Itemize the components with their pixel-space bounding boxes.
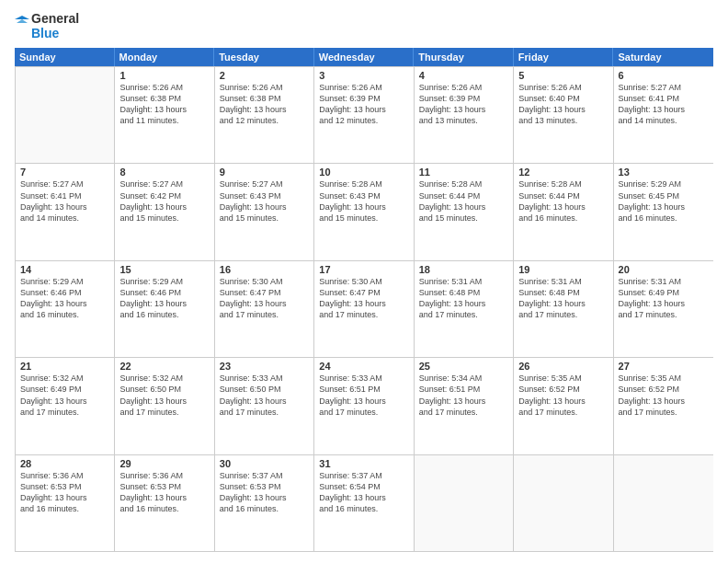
day-info: Sunrise: 5:28 AM Sunset: 6:43 PM Dayligh… [319, 178, 408, 224]
day-info: Sunrise: 5:26 AM Sunset: 6:40 PM Dayligh… [518, 82, 608, 127]
day-info: Sunrise: 5:31 AM Sunset: 6:48 PM Dayligh… [419, 276, 508, 321]
calendar-cell: 23Sunrise: 5:33 AM Sunset: 6:50 PM Dayli… [215, 358, 314, 454]
calendar-cell: 20Sunrise: 5:31 AM Sunset: 6:49 PM Dayli… [614, 261, 713, 357]
calendar-row-2: 7Sunrise: 5:27 AM Sunset: 6:41 PM Daylig… [16, 163, 713, 259]
calendar-cell: 19Sunrise: 5:31 AM Sunset: 6:48 PM Dayli… [514, 261, 613, 357]
calendar-cell: 4Sunrise: 5:26 AM Sunset: 6:39 PM Daylig… [415, 67, 514, 163]
day-info: Sunrise: 5:27 AM Sunset: 6:43 PM Dayligh… [220, 178, 309, 224]
day-number: 3 [319, 70, 408, 81]
calendar-row-1: 1Sunrise: 5:26 AM Sunset: 6:38 PM Daylig… [16, 66, 713, 163]
day-number: 6 [619, 70, 709, 81]
day-info: Sunrise: 5:26 AM Sunset: 6:38 PM Dayligh… [119, 82, 209, 127]
calendar-row-4: 21Sunrise: 5:32 AM Sunset: 6:49 PM Dayli… [16, 357, 713, 454]
calendar-cell [16, 67, 115, 163]
day-number: 28 [20, 458, 109, 469]
logo: GeneralBlue [15, 11, 79, 40]
day-number: 22 [119, 361, 209, 372]
calendar-cell [514, 455, 613, 551]
calendar-cell: 12Sunrise: 5:28 AM Sunset: 6:44 PM Dayli… [514, 164, 613, 259]
page: GeneralBlue SundayMondayTuesdayWednesday… [0, 0, 728, 563]
day-info: Sunrise: 5:29 AM Sunset: 6:46 PM Dayligh… [20, 276, 109, 321]
calendar-cell: 28Sunrise: 5:36 AM Sunset: 6:53 PM Dayli… [16, 455, 115, 551]
calendar-cell: 8Sunrise: 5:27 AM Sunset: 6:42 PM Daylig… [115, 164, 214, 259]
day-number: 30 [220, 458, 309, 469]
day-number: 13 [619, 167, 709, 178]
day-info: Sunrise: 5:36 AM Sunset: 6:53 PM Dayligh… [20, 470, 109, 515]
calendar-cell: 26Sunrise: 5:35 AM Sunset: 6:52 PM Dayli… [514, 358, 613, 454]
calendar-cell: 5Sunrise: 5:26 AM Sunset: 6:40 PM Daylig… [514, 67, 613, 163]
day-number: 12 [518, 167, 608, 178]
day-info: Sunrise: 5:29 AM Sunset: 6:45 PM Dayligh… [619, 178, 709, 224]
header-day-monday: Monday [115, 48, 215, 66]
svg-marker-0 [15, 16, 29, 19]
day-number: 21 [20, 361, 109, 372]
calendar-cell: 27Sunrise: 5:35 AM Sunset: 6:52 PM Dayli… [614, 358, 713, 454]
day-number: 29 [119, 458, 209, 469]
header: GeneralBlue [15, 11, 713, 40]
day-info: Sunrise: 5:30 AM Sunset: 6:47 PM Dayligh… [319, 276, 408, 321]
day-info: Sunrise: 5:35 AM Sunset: 6:52 PM Dayligh… [619, 373, 709, 418]
calendar-cell: 7Sunrise: 5:27 AM Sunset: 6:41 PM Daylig… [16, 164, 115, 259]
header-day-wednesday: Wednesday [314, 48, 415, 66]
day-number: 23 [220, 361, 309, 372]
header-day-friday: Friday [514, 48, 614, 66]
header-day-sunday: Sunday [15, 48, 115, 66]
day-number: 15 [119, 264, 209, 275]
calendar-cell: 30Sunrise: 5:37 AM Sunset: 6:53 PM Dayli… [215, 455, 314, 551]
calendar-cell: 16Sunrise: 5:30 AM Sunset: 6:47 PM Dayli… [215, 261, 314, 357]
day-info: Sunrise: 5:34 AM Sunset: 6:51 PM Dayligh… [419, 373, 508, 418]
day-number: 9 [220, 167, 309, 178]
calendar-cell: 25Sunrise: 5:34 AM Sunset: 6:51 PM Dayli… [415, 358, 514, 454]
calendar-cell: 22Sunrise: 5:32 AM Sunset: 6:50 PM Dayli… [115, 358, 214, 454]
calendar-cell: 17Sunrise: 5:30 AM Sunset: 6:47 PM Dayli… [314, 261, 414, 357]
day-info: Sunrise: 5:27 AM Sunset: 6:41 PM Dayligh… [20, 178, 109, 224]
day-info: Sunrise: 5:31 AM Sunset: 6:48 PM Dayligh… [518, 276, 608, 321]
day-number: 20 [619, 264, 709, 275]
calendar-cell [614, 455, 713, 551]
day-info: Sunrise: 5:37 AM Sunset: 6:54 PM Dayligh… [319, 470, 408, 515]
day-number: 5 [518, 70, 608, 81]
day-number: 25 [419, 361, 508, 372]
calendar-cell: 18Sunrise: 5:31 AM Sunset: 6:48 PM Dayli… [415, 261, 514, 357]
day-info: Sunrise: 5:26 AM Sunset: 6:39 PM Dayligh… [319, 82, 408, 127]
logo-general-text: General [31, 11, 79, 26]
calendar-cell: 1Sunrise: 5:26 AM Sunset: 6:38 PM Daylig… [115, 67, 214, 163]
day-info: Sunrise: 5:27 AM Sunset: 6:41 PM Dayligh… [619, 82, 709, 127]
calendar-header: SundayMondayTuesdayWednesdayThursdayFrid… [15, 48, 713, 66]
day-info: Sunrise: 5:28 AM Sunset: 6:44 PM Dayligh… [518, 178, 608, 224]
day-info: Sunrise: 5:26 AM Sunset: 6:38 PM Dayligh… [220, 82, 309, 127]
day-info: Sunrise: 5:32 AM Sunset: 6:50 PM Dayligh… [119, 373, 209, 418]
header-day-thursday: Thursday [414, 48, 514, 66]
day-number: 17 [319, 264, 408, 275]
day-number: 26 [518, 361, 608, 372]
day-number: 16 [220, 264, 309, 275]
calendar: SundayMondayTuesdayWednesdayThursdayFrid… [15, 48, 713, 552]
day-info: Sunrise: 5:33 AM Sunset: 6:51 PM Dayligh… [319, 373, 408, 418]
calendar-cell: 9Sunrise: 5:27 AM Sunset: 6:43 PM Daylig… [215, 164, 314, 259]
svg-marker-1 [17, 19, 28, 23]
day-info: Sunrise: 5:32 AM Sunset: 6:49 PM Dayligh… [20, 373, 109, 418]
day-number: 24 [319, 361, 408, 372]
day-number: 1 [119, 70, 209, 81]
calendar-cell: 21Sunrise: 5:32 AM Sunset: 6:49 PM Dayli… [16, 358, 115, 454]
header-day-tuesday: Tuesday [214, 48, 314, 66]
calendar-cell: 10Sunrise: 5:28 AM Sunset: 6:43 PM Dayli… [314, 164, 414, 259]
calendar-cell: 29Sunrise: 5:36 AM Sunset: 6:53 PM Dayli… [115, 455, 214, 551]
logo-bird-icon [15, 16, 29, 36]
day-number: 2 [220, 70, 309, 81]
calendar-cell: 2Sunrise: 5:26 AM Sunset: 6:38 PM Daylig… [215, 67, 314, 163]
day-info: Sunrise: 5:31 AM Sunset: 6:49 PM Dayligh… [619, 276, 709, 321]
day-info: Sunrise: 5:36 AM Sunset: 6:53 PM Dayligh… [119, 470, 209, 515]
day-number: 14 [20, 264, 109, 275]
day-number: 18 [419, 264, 508, 275]
day-number: 27 [619, 361, 709, 372]
day-info: Sunrise: 5:37 AM Sunset: 6:53 PM Dayligh… [220, 470, 309, 515]
calendar-row-3: 14Sunrise: 5:29 AM Sunset: 6:46 PM Dayli… [16, 260, 713, 357]
day-number: 7 [20, 167, 109, 178]
header-day-saturday: Saturday [613, 48, 713, 66]
day-info: Sunrise: 5:27 AM Sunset: 6:42 PM Dayligh… [119, 178, 209, 224]
calendar-body: 1Sunrise: 5:26 AM Sunset: 6:38 PM Daylig… [15, 66, 713, 552]
day-number: 31 [319, 458, 408, 469]
day-info: Sunrise: 5:33 AM Sunset: 6:50 PM Dayligh… [220, 373, 309, 418]
day-number: 4 [419, 70, 508, 81]
